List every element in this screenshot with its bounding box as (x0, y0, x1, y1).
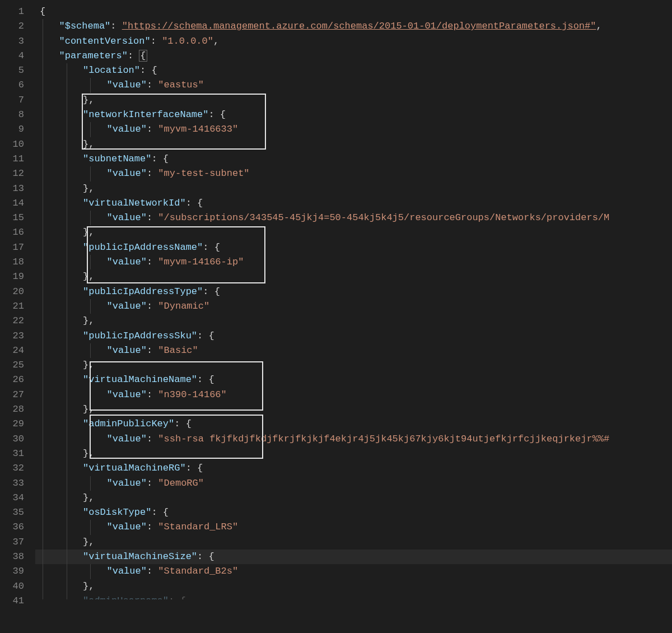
line-number: 11 (0, 152, 24, 166)
line-number: 28 (0, 402, 24, 417)
line-number: 29 (0, 417, 24, 431)
line-number: 33 (0, 476, 24, 491)
json-punct: : { (186, 463, 203, 473)
json-string: "Dynamic" (158, 301, 209, 311)
json-string: "DemoRG" (158, 478, 204, 488)
line-number: 20 (0, 285, 24, 299)
code-line[interactable]: "virtualMachineName": { (35, 373, 672, 387)
json-key: "value" (107, 522, 147, 532)
json-punct: : (147, 301, 158, 311)
code-line[interactable]: }, (35, 93, 672, 108)
code-line[interactable]: "value": "DemoRG" (35, 476, 672, 491)
code-line[interactable]: "adminUsername": { (35, 594, 672, 599)
json-key: "$schema" (59, 21, 111, 31)
json-punct: }, (83, 360, 94, 370)
line-number: 21 (0, 299, 24, 314)
json-punct: : (147, 566, 158, 576)
code-line[interactable]: }, (35, 446, 672, 461)
json-punct: : (151, 36, 162, 46)
code-line[interactable]: }, (35, 137, 672, 152)
code-line[interactable]: "value": "Standard_B2s" (35, 564, 672, 579)
line-number: 10 (0, 137, 24, 152)
line-number: 7 (0, 93, 24, 108)
json-key: "value" (107, 566, 147, 576)
code-line[interactable]: "parameters": { (35, 49, 672, 63)
code-line[interactable]: }, (35, 181, 672, 196)
code-line[interactable]: }, (35, 314, 672, 328)
json-key: "adminPublicKey" (83, 418, 174, 429)
json-punct: : (147, 212, 158, 223)
code-line[interactable]: "value": "myvm-14166-ip" (35, 255, 672, 269)
line-number: 26 (0, 373, 24, 387)
code-line[interactable]: }, (35, 225, 672, 240)
code-line[interactable]: "$schema": "https://schema.management.az… (35, 19, 672, 34)
json-punct: : { (203, 242, 220, 253)
code-line[interactable]: }, (35, 358, 672, 373)
line-number: 16 (0, 225, 24, 240)
code-line[interactable]: "publicIpAddressType": { (35, 285, 672, 299)
code-line[interactable]: "publicIpAddressName": { (35, 240, 672, 255)
json-string: "myvm-14166-ip" (158, 257, 244, 267)
line-number: 1 (0, 4, 24, 19)
json-punct: : { (197, 551, 214, 562)
json-key: "virtualNetworkId" (83, 198, 186, 208)
code-line[interactable]: }, (35, 579, 672, 594)
json-key: "value" (107, 257, 147, 267)
code-line[interactable]: "value": "n390-14166" (35, 388, 672, 402)
json-punct: }, (83, 404, 94, 415)
code-line[interactable]: "value": "Basic" (35, 343, 672, 358)
json-key: "virtualMachineSize" (83, 551, 197, 562)
code-line[interactable]: "virtualMachineRG": { (35, 461, 672, 476)
code-line[interactable]: }, (35, 535, 672, 550)
code-line[interactable]: "value": "/subscriptions/343545-45jkj4=5… (35, 211, 672, 225)
line-number: 17 (0, 240, 24, 255)
json-punct: { (40, 6, 45, 17)
json-punct: : (147, 389, 158, 400)
code-line[interactable]: "networkInterfaceName": { (35, 108, 672, 122)
code-line[interactable]: "adminPublicKey": { (35, 417, 672, 431)
line-number: 5 (0, 63, 24, 78)
json-key: "value" (107, 301, 147, 311)
line-number: 36 (0, 520, 24, 534)
json-punct: : { (151, 507, 169, 518)
json-punct: { (139, 50, 147, 62)
json-key: "subnetName" (83, 153, 151, 164)
json-key: "value" (107, 168, 147, 179)
code-line[interactable]: }, (35, 402, 672, 417)
json-string: "eastus" (158, 80, 204, 90)
line-number: 32 (0, 461, 24, 476)
json-punct: }, (83, 183, 94, 194)
code-line[interactable]: "value": "Standard_LRS" (35, 520, 672, 534)
line-number: 8 (0, 108, 24, 122)
code-area[interactable]: {"$schema": "https://schema.management.a… (35, 0, 672, 633)
code-line[interactable]: }, (35, 491, 672, 505)
code-line[interactable]: "value": "Dynamic" (35, 299, 672, 314)
json-key: "virtualMachineName" (83, 374, 197, 385)
code-line[interactable]: "value": "eastus" (35, 78, 672, 92)
code-line[interactable]: "virtualMachineSize": { (35, 550, 672, 564)
json-punct: }, (83, 227, 94, 238)
json-punct: : (147, 124, 158, 134)
code-line[interactable]: "subnetName": { (35, 152, 672, 166)
json-punct: : { (197, 331, 214, 341)
code-line[interactable]: "contentVersion": "1.0.0.0", (35, 34, 672, 49)
json-string: "Standard_B2s" (158, 566, 238, 576)
json-key: "publicIpAddressType" (83, 286, 203, 297)
json-string: "n390-14166" (158, 389, 226, 400)
code-line[interactable]: "value": "myvm-1416633" (35, 122, 672, 137)
json-punct: }, (83, 492, 94, 503)
code-line[interactable]: "virtualNetworkId": { (35, 196, 672, 211)
code-line[interactable]: "value": "ssh-rsa fkjfkdjfkdjfkrjfkjkjf4… (35, 432, 672, 446)
json-punct: : (110, 21, 122, 31)
json-punct: }, (83, 537, 94, 547)
code-line[interactable]: "osDiskType": { (35, 505, 672, 520)
code-line[interactable]: "publicIpAddressSku": { (35, 329, 672, 343)
code-line[interactable]: "value": "my-test-subnet" (35, 166, 672, 181)
json-punct: : (147, 257, 158, 267)
code-line[interactable]: }, (35, 269, 672, 284)
code-line[interactable]: { (35, 4, 672, 19)
json-punct: : { (174, 418, 192, 429)
json-key: "value" (107, 212, 147, 223)
code-line[interactable]: "location": { (35, 63, 672, 78)
json-key: "value" (107, 345, 147, 356)
